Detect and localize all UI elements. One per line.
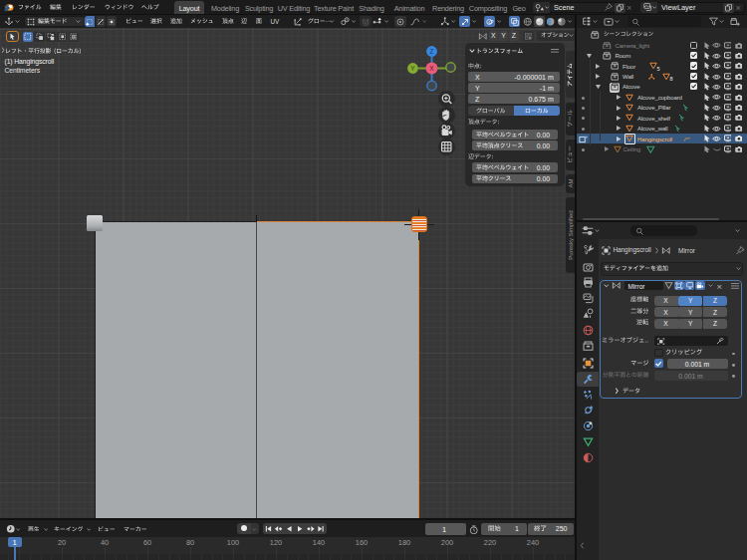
svg-text:Z: Z [430,48,434,55]
svg-text:X: X [429,65,434,72]
svg-text:Y: Y [410,65,415,72]
